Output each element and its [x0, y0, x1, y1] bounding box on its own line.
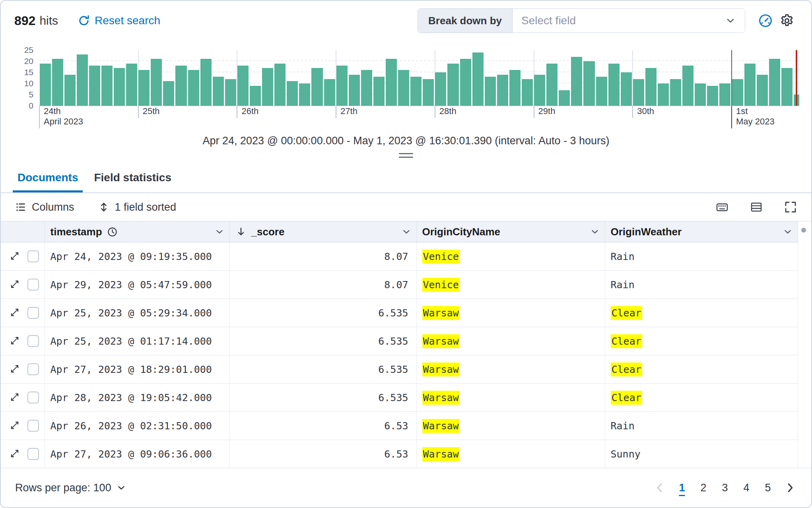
edit-visualization-button[interactable]	[755, 10, 776, 31]
origin-city-value: Warsaw	[422, 391, 460, 405]
hits-label: hits	[39, 14, 58, 27]
expand-row-button[interactable]	[10, 307, 20, 318]
table-row: Apr 26, 2023 @ 02:31:50.000 6.53 Warsaw …	[1, 412, 798, 440]
keyboard-shortcuts-button[interactable]	[713, 198, 731, 216]
histogram-bar	[410, 77, 422, 106]
row-checkbox[interactable]	[27, 307, 39, 319]
origin-weather-value: Sunny	[611, 448, 641, 460]
page-button-5[interactable]: 5	[757, 477, 779, 498]
display-options-button[interactable]	[748, 198, 765, 216]
origin-weather-cell: Rain	[605, 412, 798, 440]
row-checkbox[interactable]	[27, 363, 39, 375]
rows-per-page-button[interactable]: Rows per page: 100	[13, 481, 129, 494]
x-axis-label: 25th	[138, 106, 160, 118]
expand-row-button[interactable]	[10, 392, 20, 403]
expand-row-button[interactable]	[10, 335, 20, 347]
origin-weather-value: Rain	[611, 420, 635, 432]
histogram-plot[interactable]	[39, 50, 799, 106]
origin-weather-cell: Clear	[605, 384, 798, 412]
score-cell: 8.07	[229, 271, 416, 299]
table-row: Apr 27, 2023 @ 09:06:36.000 6.53 Warsaw …	[1, 440, 798, 468]
origin-weather-value: Clear	[611, 306, 642, 320]
expand-row-button[interactable]	[10, 279, 20, 290]
histogram-bar	[583, 61, 594, 106]
chevron-down-icon[interactable]	[214, 227, 225, 237]
row-checkbox[interactable]	[27, 420, 39, 432]
origin-weather-value: Rain	[611, 279, 635, 291]
tab-documents[interactable]: Documents	[13, 163, 83, 192]
histogram-bar	[645, 68, 657, 106]
histogram-bar	[138, 70, 150, 106]
row-checkbox[interactable]	[27, 335, 39, 347]
page-button-2[interactable]: 2	[693, 477, 714, 498]
origin-weather-value: Rain	[611, 251, 635, 262]
histogram-area: 0510152025	[1, 50, 811, 106]
fullscreen-button[interactable]	[782, 198, 799, 216]
origin-weather-value: Clear	[611, 363, 642, 376]
chevron-right-icon	[784, 482, 796, 494]
histogram-bar	[52, 59, 63, 106]
header-score[interactable]: _score	[229, 221, 416, 242]
grid-toolbar: Columns 1 field sorted	[1, 193, 811, 221]
rows-per-page-label: Rows per page: 100	[15, 482, 111, 494]
chart-options-button[interactable]	[776, 10, 798, 31]
score-cell: 6.53	[229, 440, 416, 468]
chevron-down-icon[interactable]	[590, 227, 600, 237]
expand-icon	[10, 307, 20, 318]
vertical-scrollbar-thumb[interactable]	[801, 228, 806, 233]
histogram-bar	[423, 79, 434, 106]
timestamp-cell: Apr 29, 2023 @ 05:47:59.000	[45, 271, 229, 299]
page-button-3[interactable]: 3	[714, 477, 736, 498]
histogram-bar	[225, 79, 236, 106]
header-origin-weather[interactable]: OriginWeather	[605, 221, 798, 242]
histogram-bar	[546, 64, 558, 106]
chart-resize-handle[interactable]	[399, 153, 413, 158]
row-checkbox[interactable]	[27, 392, 39, 403]
histogram-bar	[435, 72, 446, 106]
score-cell: 6.535	[229, 299, 416, 327]
expand-row-button[interactable]	[10, 251, 20, 262]
histogram-bar	[707, 86, 718, 106]
score-cell: 6.53	[229, 412, 416, 440]
timestamp-cell: Apr 24, 2023 @ 09:19:35.000	[45, 242, 229, 271]
fullscreen-icon	[784, 201, 797, 213]
expand-row-button[interactable]	[10, 420, 20, 431]
origin-city-cell: Warsaw	[416, 327, 605, 355]
header-timestamp-label: timestamp	[51, 226, 102, 238]
y-axis-label: 5	[29, 90, 33, 99]
previous-page-button[interactable]	[651, 479, 669, 497]
histogram-bar	[89, 66, 100, 106]
chevron-down-icon[interactable]	[783, 227, 793, 237]
x-axis-label: 29th	[534, 106, 556, 118]
histogram-bar	[200, 59, 212, 106]
chevron-down-icon[interactable]	[401, 227, 412, 237]
row-checkbox[interactable]	[27, 279, 39, 291]
origin-city-value: Warsaw	[422, 334, 460, 348]
timestamp-cell: Apr 25, 2023 @ 01:17:14.000	[45, 327, 229, 355]
origin-weather-cell: Rain	[605, 242, 798, 271]
top-bar: 892 hits Reset search Break down by Sele…	[1, 1, 811, 41]
header-origin-city[interactable]: OriginCityName	[416, 221, 605, 242]
histogram-bar	[163, 81, 174, 106]
next-page-button[interactable]	[781, 479, 799, 497]
break-down-field-select[interactable]: Select field	[513, 9, 745, 33]
table-row: Apr 28, 2023 @ 19:05:42.000 6.535 Warsaw…	[1, 384, 798, 412]
header-score-label: _score	[251, 226, 285, 238]
reset-search-button[interactable]: Reset search	[76, 14, 163, 27]
expand-row-button[interactable]	[10, 448, 20, 460]
row-checkbox[interactable]	[27, 448, 39, 460]
table-header-row: timestamp _score	[1, 221, 798, 242]
page-button-1[interactable]: 1	[671, 477, 693, 498]
histogram-bar	[237, 66, 249, 106]
row-checkbox[interactable]	[27, 250, 39, 262]
columns-button[interactable]: Columns	[13, 201, 77, 214]
page-button-4[interactable]: 4	[736, 477, 757, 498]
histogram-bar	[262, 68, 273, 106]
field-sorted-button[interactable]: 1 field sorted	[96, 201, 179, 214]
current-time-marker	[796, 50, 797, 106]
expand-icon	[10, 335, 20, 346]
tab-field-statistics[interactable]: Field statistics	[89, 163, 176, 192]
header-timestamp[interactable]: timestamp	[45, 221, 229, 242]
expand-row-button[interactable]	[10, 364, 20, 375]
y-axis-label: 0	[29, 101, 33, 110]
